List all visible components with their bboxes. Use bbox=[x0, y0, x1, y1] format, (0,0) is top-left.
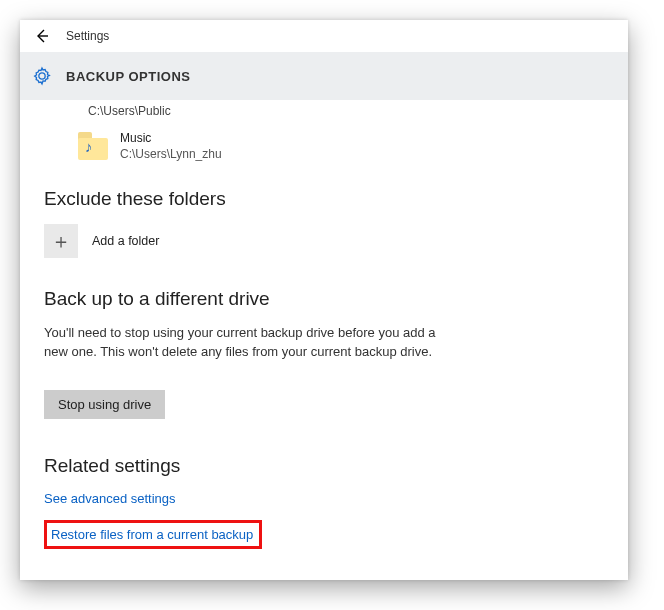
different-drive-description: You'll need to stop using your current b… bbox=[44, 324, 444, 362]
gear-icon bbox=[32, 66, 52, 86]
stop-using-drive-button[interactable]: Stop using drive bbox=[44, 390, 165, 419]
restore-files-link[interactable]: Restore files from a current backup bbox=[51, 527, 253, 542]
highlight-annotation: Restore files from a current backup bbox=[44, 520, 262, 549]
app-title: Settings bbox=[66, 29, 109, 43]
folder-item-text: Music C:\Users\Lynn_zhu bbox=[120, 130, 222, 162]
previous-folder-path: C:\Users\Public bbox=[88, 104, 604, 118]
content-area: C:\Users\Public ♪ Music C:\Users\Lynn_zh… bbox=[20, 100, 628, 569]
add-folder-label: Add a folder bbox=[92, 234, 159, 248]
advanced-settings-link[interactable]: See advanced settings bbox=[44, 491, 176, 506]
exclude-folders-heading: Exclude these folders bbox=[44, 188, 604, 210]
add-folder-row[interactable]: ＋ Add a folder bbox=[44, 224, 604, 258]
settings-window: Settings BACKUP OPTIONS C:\Users\Public … bbox=[20, 20, 628, 580]
page-header: BACKUP OPTIONS bbox=[20, 52, 628, 100]
folder-item-music[interactable]: ♪ Music C:\Users\Lynn_zhu bbox=[78, 130, 604, 162]
back-button[interactable] bbox=[28, 22, 56, 50]
folder-name: Music bbox=[120, 130, 222, 146]
music-folder-icon: ♪ bbox=[78, 132, 108, 160]
titlebar: Settings bbox=[20, 20, 628, 52]
folder-path: C:\Users\Lynn_zhu bbox=[120, 146, 222, 162]
related-settings-heading: Related settings bbox=[44, 455, 604, 477]
arrow-left-icon bbox=[34, 28, 50, 44]
different-drive-heading: Back up to a different drive bbox=[44, 288, 604, 310]
page-title: BACKUP OPTIONS bbox=[66, 69, 191, 84]
plus-icon: ＋ bbox=[44, 224, 78, 258]
